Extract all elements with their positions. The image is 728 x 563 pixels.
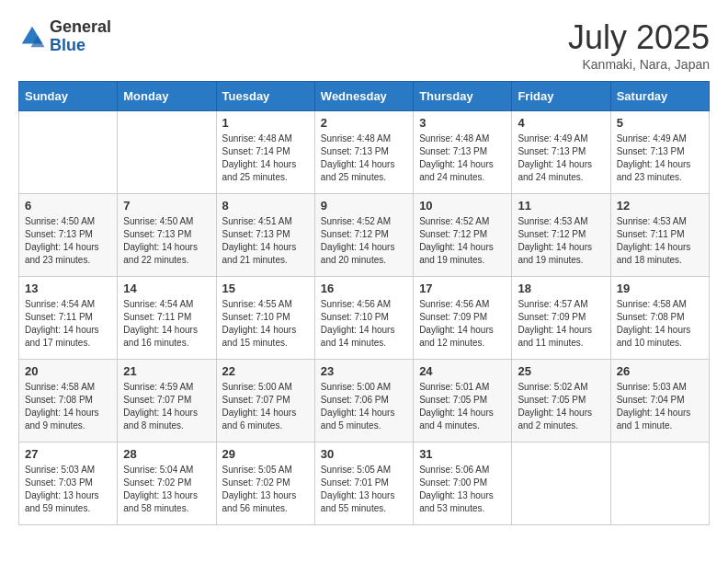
day-number: 22	[222, 364, 309, 378]
day-number: 29	[222, 447, 309, 461]
calendar-day-21: 21Sunrise: 4:59 AM Sunset: 7:07 PM Dayli…	[118, 360, 216, 442]
month-year: July 2025	[568, 18, 710, 57]
day-number: 13	[25, 282, 111, 295]
day-number: 18	[518, 282, 604, 295]
calendar-day-14: 14Sunrise: 4:54 AM Sunset: 7:11 PM Dayli…	[118, 277, 216, 360]
day-number: 5	[617, 116, 703, 130]
day-number: 30	[321, 447, 407, 461]
calendar-day-25: 25Sunrise: 5:02 AM Sunset: 7:05 PM Dayli…	[512, 360, 610, 442]
calendar-day-13: 13Sunrise: 4:54 AM Sunset: 7:11 PM Dayli…	[19, 277, 118, 360]
calendar-week-row: 13Sunrise: 4:54 AM Sunset: 7:11 PM Dayli…	[19, 277, 710, 360]
logo-text: General Blue	[50, 18, 111, 55]
calendar-day-16: 16Sunrise: 4:56 AM Sunset: 7:10 PM Dayli…	[314, 277, 413, 360]
logo-icon	[18, 23, 46, 51]
calendar-day-7: 7Sunrise: 4:50 AM Sunset: 7:13 PM Daylig…	[118, 194, 216, 277]
day-info: Sunrise: 4:56 AM Sunset: 7:09 PM Dayligh…	[419, 298, 506, 350]
day-number: 15	[222, 282, 309, 295]
calendar-day-18: 18Sunrise: 4:57 AM Sunset: 7:09 PM Dayli…	[512, 277, 610, 360]
day-number: 20	[25, 364, 111, 378]
page-header: General Blue July 2025 Kanmaki, Nara, Ja…	[18, 18, 710, 72]
day-info: Sunrise: 4:52 AM Sunset: 7:12 PM Dayligh…	[321, 215, 407, 267]
day-number: 26	[617, 364, 703, 378]
calendar-day-11: 11Sunrise: 4:53 AM Sunset: 7:12 PM Dayli…	[512, 194, 610, 277]
logo-general: General	[50, 18, 111, 37]
day-number: 7	[123, 199, 210, 213]
day-info: Sunrise: 5:03 AM Sunset: 7:04 PM Dayligh…	[617, 381, 703, 432]
calendar-day-empty	[512, 442, 610, 525]
calendar-week-row: 20Sunrise: 4:58 AM Sunset: 7:08 PM Dayli…	[19, 360, 710, 442]
calendar-day-4: 4Sunrise: 4:49 AM Sunset: 7:13 PM Daylig…	[512, 111, 610, 194]
day-info: Sunrise: 5:05 AM Sunset: 7:02 PM Dayligh…	[222, 464, 309, 515]
day-info: Sunrise: 5:00 AM Sunset: 7:06 PM Dayligh…	[321, 381, 407, 432]
calendar-day-9: 9Sunrise: 4:52 AM Sunset: 7:12 PM Daylig…	[314, 194, 413, 277]
calendar-week-row: 27Sunrise: 5:03 AM Sunset: 7:03 PM Dayli…	[19, 442, 710, 525]
day-number: 25	[518, 364, 604, 378]
day-info: Sunrise: 4:53 AM Sunset: 7:12 PM Dayligh…	[518, 215, 604, 267]
weekday-header-row: SundayMondayTuesdayWednesdayThursdayFrid…	[19, 82, 710, 111]
weekday-header-sunday: Sunday	[19, 82, 118, 111]
day-info: Sunrise: 4:54 AM Sunset: 7:11 PM Dayligh…	[25, 298, 111, 350]
calendar-day-20: 20Sunrise: 4:58 AM Sunset: 7:08 PM Dayli…	[19, 360, 118, 442]
calendar-day-3: 3Sunrise: 4:48 AM Sunset: 7:13 PM Daylig…	[414, 111, 512, 194]
day-number: 6	[25, 199, 111, 213]
calendar-day-29: 29Sunrise: 5:05 AM Sunset: 7:02 PM Dayli…	[216, 442, 314, 525]
calendar-day-30: 30Sunrise: 5:05 AM Sunset: 7:01 PM Dayli…	[314, 442, 413, 525]
calendar-day-24: 24Sunrise: 5:01 AM Sunset: 7:05 PM Dayli…	[414, 360, 512, 442]
day-info: Sunrise: 4:48 AM Sunset: 7:13 PM Dayligh…	[419, 132, 506, 184]
calendar-table: SundayMondayTuesdayWednesdayThursdayFrid…	[18, 81, 710, 525]
day-number: 12	[617, 199, 703, 213]
day-number: 21	[123, 364, 210, 378]
calendar-day-8: 8Sunrise: 4:51 AM Sunset: 7:13 PM Daylig…	[216, 194, 314, 277]
day-info: Sunrise: 4:53 AM Sunset: 7:11 PM Dayligh…	[617, 215, 703, 267]
day-info: Sunrise: 4:55 AM Sunset: 7:10 PM Dayligh…	[222, 298, 309, 350]
day-number: 24	[419, 364, 506, 378]
day-info: Sunrise: 4:57 AM Sunset: 7:09 PM Dayligh…	[518, 298, 604, 350]
logo: General Blue	[18, 18, 111, 55]
day-number: 8	[222, 199, 309, 213]
weekday-header-friday: Friday	[512, 82, 610, 111]
logo-blue: Blue	[50, 37, 111, 55]
weekday-header-tuesday: Tuesday	[216, 82, 314, 111]
day-info: Sunrise: 4:52 AM Sunset: 7:12 PM Dayligh…	[419, 215, 506, 267]
calendar-day-15: 15Sunrise: 4:55 AM Sunset: 7:10 PM Dayli…	[216, 277, 314, 360]
calendar-day-12: 12Sunrise: 4:53 AM Sunset: 7:11 PM Dayli…	[610, 194, 709, 277]
weekday-header-thursday: Thursday	[414, 82, 512, 111]
day-number: 27	[25, 447, 111, 461]
day-number: 16	[321, 282, 407, 295]
calendar-day-1: 1Sunrise: 4:48 AM Sunset: 7:14 PM Daylig…	[216, 111, 314, 194]
calendar-day-26: 26Sunrise: 5:03 AM Sunset: 7:04 PM Dayli…	[610, 360, 709, 442]
calendar-day-17: 17Sunrise: 4:56 AM Sunset: 7:09 PM Dayli…	[414, 277, 512, 360]
title-block: July 2025 Kanmaki, Nara, Japan	[568, 18, 710, 72]
day-info: Sunrise: 4:50 AM Sunset: 7:13 PM Dayligh…	[123, 215, 210, 267]
day-info: Sunrise: 5:06 AM Sunset: 7:00 PM Dayligh…	[419, 464, 506, 515]
calendar-day-28: 28Sunrise: 5:04 AM Sunset: 7:02 PM Dayli…	[118, 442, 216, 525]
day-info: Sunrise: 5:03 AM Sunset: 7:03 PM Dayligh…	[25, 464, 111, 515]
day-number: 1	[222, 116, 309, 130]
day-number: 23	[321, 364, 407, 378]
location: Kanmaki, Nara, Japan	[568, 57, 710, 72]
day-info: Sunrise: 4:49 AM Sunset: 7:13 PM Dayligh…	[617, 132, 703, 184]
day-info: Sunrise: 4:51 AM Sunset: 7:13 PM Dayligh…	[222, 215, 309, 267]
calendar-day-23: 23Sunrise: 5:00 AM Sunset: 7:06 PM Dayli…	[314, 360, 413, 442]
day-info: Sunrise: 4:58 AM Sunset: 7:08 PM Dayligh…	[617, 298, 703, 350]
day-info: Sunrise: 5:00 AM Sunset: 7:07 PM Dayligh…	[222, 381, 309, 432]
day-number: 11	[518, 199, 604, 213]
calendar-day-6: 6Sunrise: 4:50 AM Sunset: 7:13 PM Daylig…	[19, 194, 118, 277]
calendar-day-5: 5Sunrise: 4:49 AM Sunset: 7:13 PM Daylig…	[610, 111, 709, 194]
day-info: Sunrise: 5:04 AM Sunset: 7:02 PM Dayligh…	[123, 464, 210, 515]
day-info: Sunrise: 5:02 AM Sunset: 7:05 PM Dayligh…	[518, 381, 604, 432]
day-info: Sunrise: 4:54 AM Sunset: 7:11 PM Dayligh…	[123, 298, 210, 350]
calendar-day-2: 2Sunrise: 4:48 AM Sunset: 7:13 PM Daylig…	[314, 111, 413, 194]
day-info: Sunrise: 4:50 AM Sunset: 7:13 PM Dayligh…	[25, 215, 111, 267]
day-info: Sunrise: 5:05 AM Sunset: 7:01 PM Dayligh…	[321, 464, 407, 515]
day-info: Sunrise: 4:58 AM Sunset: 7:08 PM Dayligh…	[25, 381, 111, 432]
day-number: 19	[617, 282, 703, 295]
calendar-week-row: 6Sunrise: 4:50 AM Sunset: 7:13 PM Daylig…	[19, 194, 710, 277]
weekday-header-monday: Monday	[118, 82, 216, 111]
day-number: 10	[419, 199, 506, 213]
day-number: 14	[123, 282, 210, 295]
day-info: Sunrise: 4:56 AM Sunset: 7:10 PM Dayligh…	[321, 298, 407, 350]
day-info: Sunrise: 4:48 AM Sunset: 7:13 PM Dayligh…	[321, 132, 407, 184]
day-number: 4	[518, 116, 604, 130]
day-number: 17	[419, 282, 506, 295]
